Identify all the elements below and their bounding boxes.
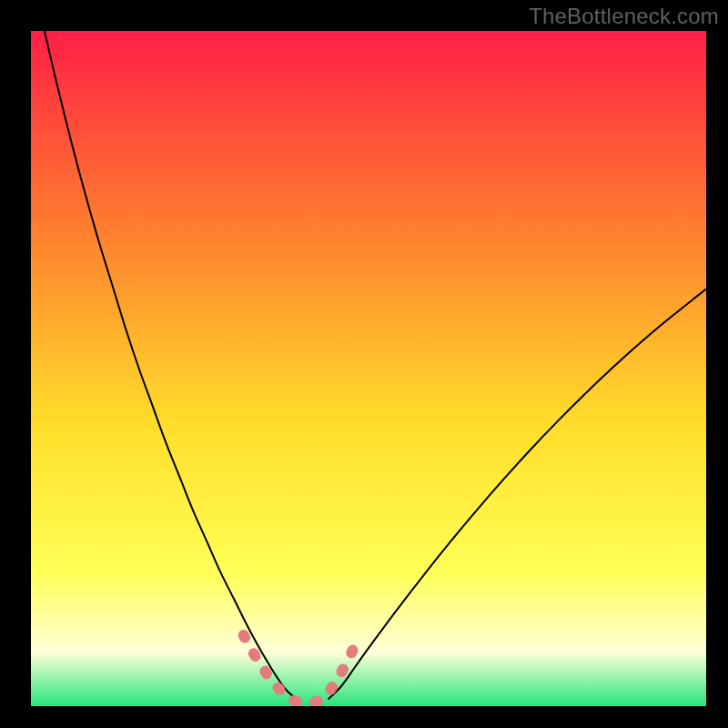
watermark-text: TheBottleneck.com <box>529 4 719 29</box>
gradient-background <box>31 31 706 706</box>
plot-area <box>31 31 706 706</box>
chart-frame: TheBottleneck.com <box>0 0 728 728</box>
chart-canvas <box>31 31 706 706</box>
